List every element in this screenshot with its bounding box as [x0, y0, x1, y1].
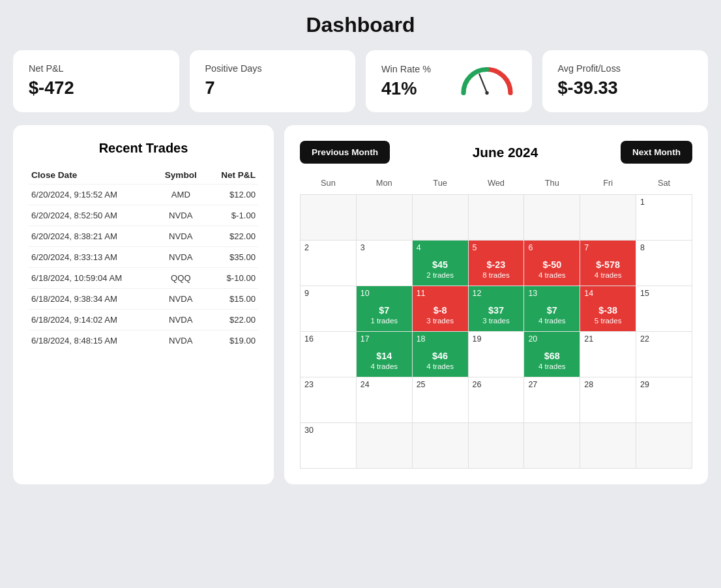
- calendar-day: 4 $45 2 trades: [412, 241, 468, 286]
- day-pnl: $-578: [596, 259, 620, 270]
- calendar-day: 19: [468, 332, 524, 377]
- calendar-day: 10 $7 1 trades: [356, 286, 412, 332]
- trade-date: 6/18/2024, 10:59:04 AM: [29, 268, 156, 289]
- day-trades: 4 trades: [538, 317, 566, 325]
- calendar-day: [580, 423, 636, 469]
- table-row: 6/20/2024, 8:38:21 AM NVDA $22.00: [29, 226, 258, 247]
- day-number: 27: [528, 380, 537, 389]
- net-pl-label: Net P&L: [29, 63, 164, 74]
- calendar-day: 18 $46 4 trades: [412, 332, 468, 377]
- day-number: 3: [360, 243, 365, 252]
- calendar-day: 25: [412, 377, 468, 423]
- positive-days-card: Positive Days 7: [190, 50, 356, 112]
- day-pnl: $46: [432, 351, 448, 361]
- calendar-day: 16: [301, 332, 357, 377]
- calendar-day: 22: [636, 332, 692, 377]
- calendar-day: 20 $68 4 trades: [524, 332, 580, 377]
- day-number: 8: [640, 243, 645, 252]
- calendar-header: Previous Month June 2024 Next Month: [300, 141, 692, 164]
- day-pnl: $-8: [434, 305, 447, 316]
- day-number: 19: [473, 334, 482, 344]
- day-content: $7 4 trades: [528, 293, 576, 332]
- day-trades: 3 trades: [426, 317, 454, 325]
- prev-month-button[interactable]: Previous Month: [300, 141, 390, 164]
- day-trades: 5 trades: [595, 317, 622, 325]
- table-row: 6/18/2024, 10:59:04 AM QQQ $-10.00: [29, 268, 258, 289]
- trade-pnl: $35.00: [205, 247, 258, 268]
- win-rate-label: Win Rate %: [381, 64, 458, 74]
- table-row: 6/20/2024, 9:15:52 AM AMD $12.00: [29, 184, 258, 205]
- calendar-week-row: 23242526272829: [301, 377, 692, 423]
- trade-pnl: $15.00: [205, 289, 258, 310]
- calendar-day: 27: [524, 377, 580, 423]
- weekday-label: Sat: [636, 174, 692, 195]
- day-number: 12: [473, 289, 482, 298]
- calendar-day: [412, 423, 468, 469]
- day-number: 14: [584, 289, 593, 298]
- weekday-label: Sun: [301, 174, 357, 195]
- weekday-label: Wed: [468, 174, 524, 195]
- avg-pl-value: $-39.33: [558, 78, 693, 98]
- day-trades: 4 trades: [595, 271, 622, 279]
- positive-days-value: 7: [205, 78, 340, 98]
- day-content: $-23 8 trades: [473, 247, 520, 287]
- table-row: 6/20/2024, 8:52:50 AM NVDA $-1.00: [29, 205, 258, 226]
- win-rate-text: Win Rate % 41%: [381, 64, 458, 99]
- trade-pnl: $22.00: [205, 226, 258, 247]
- calendar-day: 3: [356, 241, 412, 286]
- avg-profit-loss-card: Avg Profit/Loss $-39.33: [542, 50, 709, 112]
- avg-pl-label: Avg Profit/Loss: [558, 63, 693, 74]
- day-number: 24: [360, 380, 370, 389]
- day-number: 20: [528, 334, 537, 344]
- calendar-title: June 2024: [473, 145, 538, 160]
- day-number: 22: [640, 334, 649, 344]
- trade-pnl: $-10.00: [205, 268, 258, 289]
- day-content: $68 4 trades: [528, 338, 576, 378]
- calendar-day: [356, 195, 412, 241]
- day-pnl: $37: [488, 305, 504, 316]
- day-pnl: $7: [379, 305, 389, 316]
- calendar-grid: SunMonTueWedThuFriSat 1234 $45 2 trades …: [300, 174, 692, 469]
- recent-trades-title: Recent Trades: [29, 141, 258, 156]
- trade-date: 6/20/2024, 8:52:50 AM: [29, 205, 156, 226]
- trade-symbol: NVDA: [156, 331, 205, 351]
- col-net-pl: Net P&L: [205, 166, 258, 184]
- day-number: 4: [417, 243, 421, 252]
- day-pnl: $-38: [598, 305, 617, 316]
- weekday-label: Fri: [580, 174, 636, 195]
- next-month-button[interactable]: Next Month: [621, 141, 692, 164]
- day-number: 26: [473, 380, 482, 389]
- table-row: 6/20/2024, 8:33:13 AM NVDA $35.00: [29, 247, 258, 268]
- day-number: 1: [640, 198, 645, 207]
- calendar-day: 21: [580, 332, 636, 377]
- day-number: 11: [417, 289, 426, 298]
- calendar-day: 29: [636, 377, 692, 423]
- day-number: 17: [360, 334, 370, 344]
- calendar-day: [468, 423, 524, 469]
- trade-symbol: QQQ: [156, 268, 205, 289]
- day-content: $14 4 trades: [360, 338, 408, 378]
- table-row: 6/18/2024, 8:48:15 AM NVDA $19.00: [29, 331, 258, 351]
- calendar-day: [301, 195, 357, 241]
- day-pnl: $68: [544, 351, 560, 361]
- recent-trades-card: Recent Trades Close Date Symbol Net P&L …: [13, 125, 274, 484]
- day-number: 25: [417, 380, 426, 389]
- trade-date: 6/18/2024, 9:38:34 AM: [29, 289, 156, 310]
- trade-symbol: NVDA: [156, 289, 205, 310]
- calendar-week-row: 30: [301, 423, 692, 469]
- win-rate-gauge: [458, 63, 516, 99]
- positive-days-label: Positive Days: [205, 63, 340, 74]
- trade-symbol: AMD: [156, 184, 205, 205]
- day-trades: 4 trades: [370, 362, 398, 370]
- calendar-day: [524, 195, 580, 241]
- day-content: $45 2 trades: [417, 247, 464, 287]
- day-pnl: $-23: [487, 259, 506, 270]
- calendar-week-row: 1617 $14 4 trades 18 $46 4 trades 1920 $…: [301, 332, 692, 377]
- calendar-week-row: 910 $7 1 trades 11 $-8 3 trades 12 $37 3…: [301, 286, 692, 332]
- trade-date: 6/18/2024, 9:14:02 AM: [29, 310, 156, 331]
- calendar-day: 30: [301, 423, 357, 469]
- svg-line-0: [479, 74, 487, 93]
- net-pl-card: Net P&L $-472: [13, 50, 179, 112]
- weekday-label: Thu: [524, 174, 580, 195]
- calendar-day: [412, 195, 468, 241]
